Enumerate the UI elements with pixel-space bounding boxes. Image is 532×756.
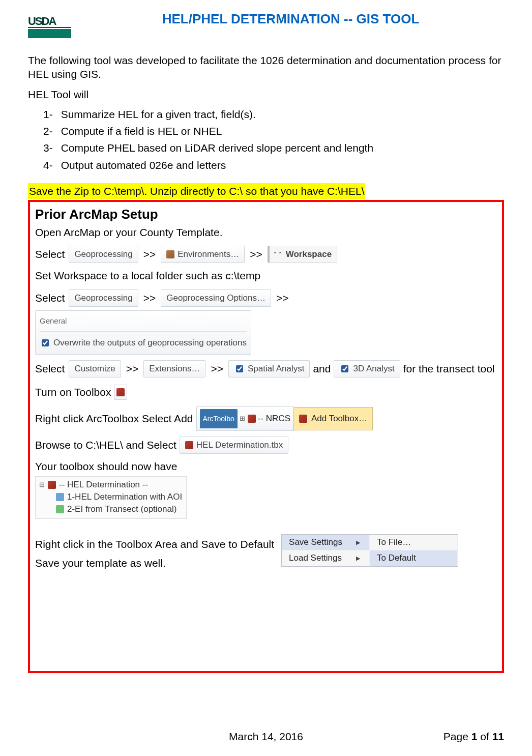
toolbox-button[interactable] — [114, 385, 127, 400]
highlight-instruction: Save the Zip to C:\temp\. Unzip directly… — [28, 183, 365, 199]
tree-item[interactable]: 2-EI from Transect (optional) — [67, 503, 176, 515]
3d-analyst-check[interactable] — [341, 365, 348, 372]
tools-icon — [166, 250, 174, 258]
tree-item[interactable]: 1-HEL Determination with AOI — [67, 491, 182, 503]
toolbox-icon — [185, 441, 193, 449]
label: Select — [35, 289, 65, 307]
separator: >> — [276, 289, 289, 307]
arctoolbox-panel-snippet: ArcToolbo ⊞ -- NRCS — [196, 406, 294, 431]
section-title: Prior ArcMap Setup — [35, 206, 497, 223]
arctoolbox-tab: ArcToolbo — [200, 409, 238, 428]
browse-label: Browse to C:\HEL\ and Select — [35, 436, 176, 454]
toolbox-icon — [299, 415, 307, 423]
environments-menu-item[interactable]: Environments… — [161, 246, 245, 263]
tree-expand-icon: ⊞ — [240, 410, 246, 428]
page-footer: March 14, 2016 Page 1 of 11 — [28, 731, 504, 743]
intro-paragraph: The following tool was developed to faci… — [28, 53, 504, 81]
overwrite-label: Overwrite the outputs of geoprocessing o… — [53, 334, 247, 352]
hel-determination-tbx-file[interactable]: HEL Determination.tbx — [180, 437, 288, 454]
separator: >> — [250, 245, 262, 264]
separator: >> — [143, 245, 156, 264]
turn-on-toolbox-label: Turn on Toolbox — [35, 383, 111, 401]
list-item: 2-Compute if a field is HEL or NHEL — [43, 124, 504, 138]
chevron-right-icon: ▶ — [356, 539, 360, 546]
label: Select — [35, 360, 65, 378]
toolbox-icon — [248, 415, 256, 423]
general-overwrite-option[interactable]: General Overwrite the outputs of geoproc… — [35, 310, 251, 355]
load-settings-menu-item[interactable]: Load Settings▶ — [282, 550, 370, 566]
label: Select — [35, 245, 65, 264]
add-toolbox-menu-item[interactable]: Add Toolbox… — [293, 407, 373, 430]
separator: >> — [143, 289, 156, 307]
separator: >> — [126, 360, 139, 378]
customize-menu[interactable]: Customize — [69, 360, 121, 377]
usda-logo: USDA — [28, 10, 71, 38]
list-item: 4-Output automated 026e and letters — [43, 158, 504, 172]
tree-collapse-icon[interactable]: ⊟ — [39, 479, 45, 491]
toolbox-icon — [48, 481, 56, 489]
extensions-menu-item[interactable]: Extensions… — [143, 360, 205, 377]
label: for the transect tool — [403, 360, 495, 378]
label: and — [313, 360, 331, 378]
chevron-right-icon: ▶ — [356, 555, 360, 562]
save-settings-menu-item[interactable]: Save Settings▶ — [282, 535, 370, 550]
separator: >> — [211, 360, 223, 378]
geoprocessing-options-menu-item[interactable]: Geoprocessing Options… — [161, 289, 271, 307]
setup-box: Prior ArcMap Setup Open ArcMap or your C… — [28, 200, 504, 673]
save-template-label: Save your template as well. — [35, 556, 274, 570]
save-settings-context-menu: Save Settings▶ To File… Load Settings▶ T… — [281, 534, 458, 567]
toolbox-icon — [116, 388, 125, 396]
spatial-analyst-checkbox[interactable]: Spatial Analyst — [228, 360, 310, 377]
tree-root-label[interactable]: -- HEL Determination -- — [59, 479, 148, 491]
feature-list: 1-Summarize HEL for a given tract, field… — [43, 107, 504, 172]
overwrite-checkbox[interactable] — [42, 339, 49, 346]
spatial-analyst-check[interactable] — [236, 365, 243, 372]
geoprocessing-menu[interactable]: Geoprocessing — [69, 289, 138, 307]
script-icon — [56, 493, 64, 501]
chevron-up-icon: ⌃⌃ — [273, 245, 283, 264]
page-title: HEL/PHEL DETERMINATION -- GIS TOOL — [77, 10, 504, 27]
rightclick-save-label: Right click in the Toolbox Area and Save… — [35, 537, 274, 551]
list-item: 1-Summarize HEL for a given tract, field… — [43, 107, 504, 121]
rightclick-arctoolbox-label: Right click ArcToolbox Select Add — [35, 410, 193, 428]
set-workspace-line: Set Workspace to a local folder such as … — [35, 269, 497, 282]
heltool-prefix: HEL Tool will — [28, 88, 504, 101]
your-toolbox-line: Your toolbox should now have — [35, 459, 497, 473]
to-default-menu-item[interactable]: To Default — [370, 550, 458, 566]
to-file-menu-item[interactable]: To File… — [370, 535, 458, 550]
model-icon — [56, 505, 64, 513]
general-group-label: General — [40, 312, 247, 332]
geoprocessing-menu[interactable]: Geoprocessing — [69, 246, 138, 263]
nrcs-label: -- NRCS — [258, 410, 290, 428]
toolbox-tree: ⊟ -- HEL Determination -- 1-HEL Determin… — [35, 476, 187, 519]
3d-analyst-checkbox[interactable]: 3D Analyst — [334, 360, 400, 377]
usda-logo-text: USDA — [28, 17, 71, 26]
list-item: 3-Compute PHEL based on LiDAR derived sl… — [43, 141, 504, 155]
footer-date: March 14, 2016 — [28, 731, 504, 743]
workspace-header[interactable]: ⌃⌃Workspace — [268, 246, 337, 263]
open-arcmap-line: Open ArcMap or your County Template. — [35, 225, 497, 239]
